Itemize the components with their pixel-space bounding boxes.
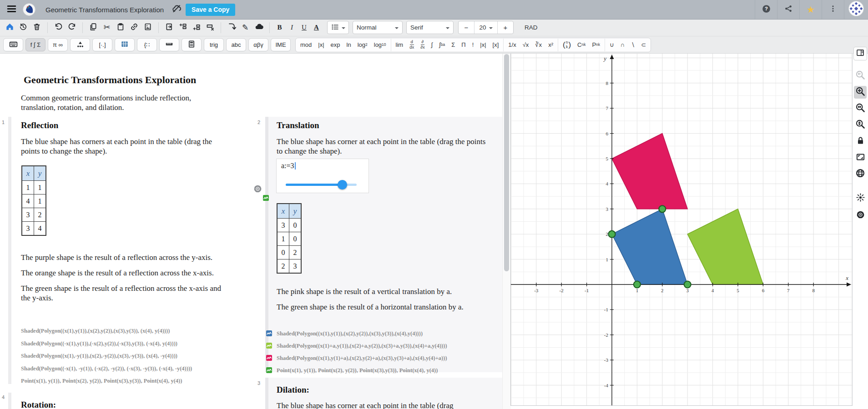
function-x-button[interactable]: x²: [545, 38, 556, 52]
table-cell[interactable]: 3: [22, 222, 34, 236]
star-button[interactable]: ★: [800, 0, 822, 19]
delete-row-button[interactable]: [203, 21, 217, 35]
settings-button[interactable]: [854, 209, 867, 222]
slider-knob[interactable]: [338, 180, 347, 190]
function-1x-button[interactable]: 1/x: [505, 38, 519, 52]
center-button[interactable]: [854, 192, 867, 204]
zoom-out-button[interactable]: [854, 102, 867, 115]
trash-button[interactable]: [30, 21, 44, 35]
help-button[interactable]: ?: [755, 0, 777, 19]
bold-button[interactable]: B: [273, 21, 286, 34]
palette-function-templates-button[interactable]: f ∫ Σ: [25, 38, 45, 51]
table-cell[interactable]: 4: [34, 222, 46, 236]
paste-button[interactable]: [114, 21, 127, 35]
palette-matrix-button[interactable]: [·.]: [92, 38, 112, 51]
translation-formula-2[interactable]: Shaded(Polygon((x(1)+a,y(1)),(x(2)+a,y(2…: [266, 340, 447, 352]
function--button[interactable]: !: [469, 38, 477, 52]
table-cell[interactable]: 2: [289, 246, 302, 259]
reflection-formula-1[interactable]: Shaded(Polygon((x(1),y(1)),(x(2),y(2)),(…: [21, 328, 192, 340]
table-cell[interactable]: 0: [289, 232, 302, 246]
table-cell[interactable]: 1: [34, 181, 46, 195]
palette-piecewise-button[interactable]: {∷: [137, 38, 157, 51]
reflection-formula-4[interactable]: Shaded(Polygon((-x(1), -y(1)), (-x(2), -…: [21, 365, 192, 378]
palette-constants-button[interactable]: π ∞: [48, 38, 68, 51]
pen-button[interactable]: ✎: [238, 21, 252, 35]
table-cell[interactable]: 3: [289, 259, 302, 274]
globe-button[interactable]: [854, 168, 867, 180]
item-settings-gear-icon[interactable]: [253, 184, 262, 195]
user-avatar[interactable]: [844, 0, 868, 19]
function-lim-button[interactable]: lim: [393, 38, 407, 52]
palette-trig-button[interactable]: trig: [204, 38, 224, 51]
reflection-formula-5[interactable]: Point(x(1), y(1)), Point(x(2), y(2)), Po…: [21, 378, 192, 390]
scrollbar-thumb[interactable]: [504, 54, 509, 271]
zoom-in-button[interactable]: [854, 86, 867, 99]
function-C-button[interactable]: Cnk: [574, 38, 589, 52]
translation-point-row[interactable]: 23: [277, 259, 301, 274]
hamburger-menu-button[interactable]: [4, 2, 19, 17]
function--button[interactable]: ∪: [606, 38, 617, 52]
function-x-button[interactable]: |x|: [315, 38, 327, 52]
image-button[interactable]: [141, 21, 155, 35]
palette-keyboard-button[interactable]: [3, 38, 23, 51]
reflection-point-row[interactable]: 34: [22, 222, 46, 236]
function-binomial-button[interactable]: (nk): [560, 38, 574, 52]
cut-button[interactable]: ✂: [100, 21, 114, 35]
side-panel-toggle-button[interactable]: [853, 47, 867, 60]
capture-arrow-button[interactable]: [225, 21, 238, 35]
table-cell[interactable]: 2: [34, 208, 46, 222]
function-log-button[interactable]: log2: [354, 38, 371, 52]
font-family-select[interactable]: Serif: [406, 21, 454, 34]
draggable-point[interactable]: [684, 281, 691, 288]
draggable-point[interactable]: [634, 281, 641, 288]
font-size-decrease-button[interactable]: −: [459, 21, 474, 34]
function--button[interactable]: ∫ba: [436, 38, 448, 52]
function-log-button[interactable]: log10: [371, 38, 389, 52]
table-cell[interactable]: 3: [277, 219, 289, 232]
zoom-fit-button[interactable]: [854, 119, 867, 131]
redo-button[interactable]: [65, 21, 79, 35]
font-size-select[interactable]: 20: [474, 21, 498, 34]
paragraph-style-select[interactable]: Normal: [353, 21, 403, 34]
function--button[interactable]: ∫: [428, 38, 436, 52]
function--button[interactable]: Σ: [448, 38, 458, 52]
table-cell[interactable]: 3: [22, 208, 34, 222]
table-cell[interactable]: 0: [277, 246, 289, 259]
function-P-button[interactable]: Pnk: [589, 38, 603, 52]
graph-panel[interactable]: -3-2-112345678-4-3-2-112345678yx: [510, 53, 853, 406]
draggable-point[interactable]: [609, 231, 616, 238]
insert-row-above-button[interactable]: [176, 21, 190, 35]
reflection-formula-3[interactable]: Shaded(Polygon((x(1),-y(1)),(x(2),-y(2))…: [21, 353, 192, 365]
copy-button[interactable]: [86, 21, 100, 35]
translation-point-row[interactable]: 10: [277, 232, 301, 246]
function-∂-∂x-button[interactable]: ∂∂x: [417, 38, 428, 52]
reflection-formula-2[interactable]: Shaded(Polygon((-x(1),y(1)),(-x(2),y(2))…: [21, 340, 192, 353]
translation-point-row[interactable]: 02: [277, 246, 301, 259]
slider-card[interactable]: a:=3: [276, 159, 369, 193]
translation-formula-1[interactable]: Shaded(Polygon((x(1),y(1)),(x(2),y(2)),(…: [266, 328, 447, 340]
function--button[interactable]: ∩: [617, 38, 628, 52]
function-ln-button[interactable]: ln: [343, 38, 354, 52]
underline-button[interactable]: U: [298, 21, 310, 34]
reflection-point-row[interactable]: 11: [22, 181, 46, 195]
share-button[interactable]: [777, 0, 799, 19]
app-logo[interactable]: [23, 3, 35, 16]
function-x-button[interactable]: ∛x: [532, 38, 545, 52]
table-cell[interactable]: 2: [277, 259, 289, 274]
graph-plot[interactable]: -3-2-112345678-4-3-2-112345678yx: [511, 54, 852, 405]
translation-points-table[interactable]: xy30100223: [277, 203, 302, 274]
function-x-button[interactable]: √x: [520, 38, 532, 52]
palette-latin-button[interactable]: abc: [226, 38, 246, 51]
kebab-button[interactable]: [822, 0, 844, 19]
draggable-point[interactable]: [659, 205, 666, 212]
list-style-select[interactable]: [327, 21, 349, 34]
translation-point-row[interactable]: 30: [277, 219, 301, 232]
translation-formula-4[interactable]: Point(x(1), y(1)), Point(x(2), y(2)), Po…: [266, 364, 447, 377]
document-canvas[interactable]: Geometric Transformations Exploration Co…: [0, 53, 502, 409]
table-cell[interactable]: 1: [34, 195, 46, 208]
font-size-increase-button[interactable]: +: [498, 21, 513, 34]
function-exp-button[interactable]: exp: [328, 38, 343, 52]
slider-track[interactable]: [286, 184, 357, 186]
lock-button[interactable]: [854, 135, 867, 148]
link-button[interactable]: [127, 21, 141, 35]
